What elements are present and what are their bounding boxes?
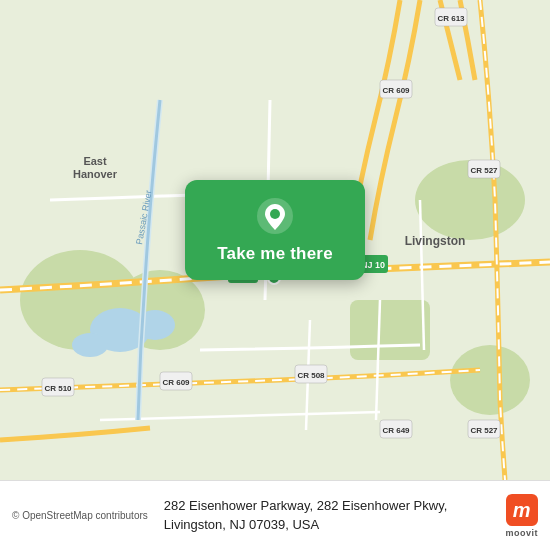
svg-text:CR 649: CR 649 (382, 426, 410, 435)
moovit-logo: m moovit (505, 494, 538, 538)
svg-rect-5 (350, 300, 430, 360)
map-view[interactable]: NJ 10 NJ 10 CR 613 CR 609 CR 527 CR 510 … (0, 0, 550, 480)
address-line2: Livingston, NJ 07039, USA (164, 516, 496, 534)
svg-text:CR 613: CR 613 (437, 14, 465, 23)
svg-text:CR 510: CR 510 (44, 384, 72, 393)
svg-point-4 (450, 345, 530, 415)
svg-text:CR 527: CR 527 (470, 426, 498, 435)
svg-text:CR 527: CR 527 (470, 166, 498, 175)
moovit-label: moovit (505, 528, 538, 538)
svg-text:East: East (83, 155, 107, 167)
svg-text:CR 609: CR 609 (382, 86, 410, 95)
svg-text:Hanover: Hanover (73, 168, 118, 180)
svg-text:CR 609: CR 609 (162, 378, 190, 387)
svg-text:CR 508: CR 508 (297, 371, 325, 380)
svg-point-8 (72, 333, 108, 357)
moovit-m-letter: m (513, 500, 531, 520)
location-pin-icon (255, 196, 295, 236)
osm-credit: © OpenStreetMap contributors (12, 510, 148, 521)
moovit-icon: m (506, 494, 538, 526)
bottom-bar: © OpenStreetMap contributors 282 Eisenho… (0, 480, 550, 550)
svg-text:Livingston: Livingston (405, 234, 466, 248)
address-block: 282 Eisenhower Parkway, 282 Eisenhower P… (164, 497, 496, 533)
svg-point-35 (270, 209, 280, 219)
take-me-there-button[interactable]: Take me there (217, 244, 333, 264)
location-card[interactable]: Take me there (185, 180, 365, 280)
address-line1: 282 Eisenhower Parkway, 282 Eisenhower P… (164, 497, 496, 515)
